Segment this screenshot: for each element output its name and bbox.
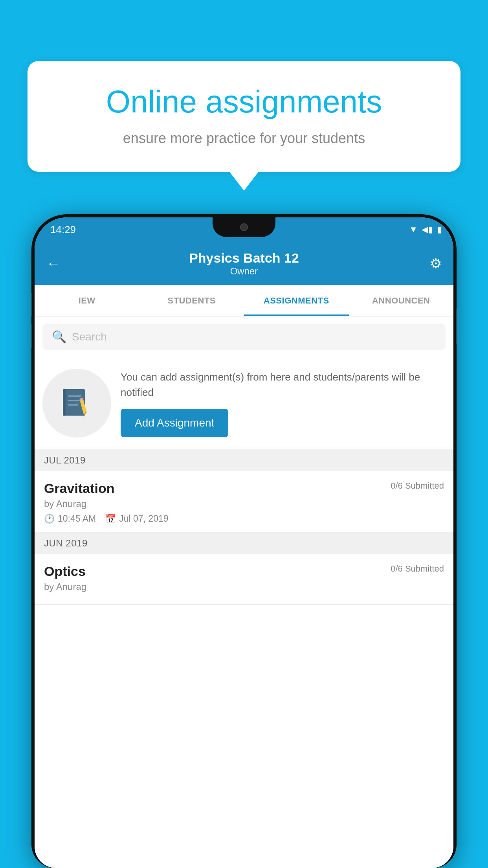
phone-notch: [213, 217, 275, 237]
app-header: ← Physics Batch 12 Owner ⚙: [35, 242, 453, 285]
assignment-by: by Anurag: [44, 498, 444, 509]
search-icon: 🔍: [52, 330, 66, 344]
assignment-title: Gravitation: [44, 481, 114, 496]
assignment-item-gravitation[interactable]: Gravitation 0/6 Submitted by Anurag 🕐 10…: [35, 471, 453, 532]
svg-rect-1: [63, 389, 66, 416]
info-card-right: You can add assignment(s) from here and …: [121, 370, 446, 437]
header-title: Physics Batch 12: [189, 250, 299, 266]
tab-assignments[interactable]: ASSIGNMENTS: [244, 285, 349, 316]
assignment-submitted-optics: 0/6 Submitted: [391, 564, 444, 574]
wifi-icon: ▼: [409, 224, 418, 235]
tab-iew[interactable]: IEW: [35, 285, 139, 316]
assignment-date: 📅 Jul 07, 2019: [105, 513, 168, 524]
search-placeholder: Search: [72, 331, 107, 343]
settings-icon[interactable]: ⚙: [430, 256, 442, 271]
signal-icon: ◀▮: [422, 224, 433, 235]
speech-bubble-container: Online assignments ensure more practice …: [28, 61, 460, 172]
section-header-jul-2019: JUL 2019: [35, 449, 453, 471]
volume-down-button: [31, 324, 32, 348]
tab-announcements[interactable]: ANNOUNCEN: [349, 285, 454, 316]
assignment-title-optics: Optics: [44, 564, 86, 579]
assignment-top-optics: Optics 0/6 Submitted: [44, 564, 444, 579]
status-time: 14:29: [50, 224, 76, 236]
add-assignment-button[interactable]: Add Assignment: [121, 409, 228, 437]
speech-bubble: Online assignments ensure more practice …: [28, 61, 460, 172]
assignment-submitted: 0/6 Submitted: [391, 481, 444, 491]
power-button: [456, 309, 457, 344]
assignment-meta: 🕐 10:45 AM 📅 Jul 07, 2019: [44, 513, 444, 524]
assignment-by-optics: by Anurag: [44, 581, 444, 592]
assignment-time: 🕐 10:45 AM: [44, 513, 96, 524]
info-card-text: You can add assignment(s) from here and …: [121, 370, 446, 400]
assignment-time-value: 10:45 AM: [58, 513, 96, 524]
svg-rect-4: [68, 404, 78, 405]
volume-up-button: [31, 293, 32, 316]
phone-frame: 14:29 ▼ ◀▮ ▮ ← Physics Batch 12 Owner ⚙ …: [31, 214, 457, 868]
phone-screen: 14:29 ▼ ◀▮ ▮ ← Physics Batch 12 Owner ⚙ …: [35, 217, 453, 868]
speech-bubble-subtitle: ensure more practice for your students: [59, 129, 429, 148]
speech-bubble-title: Online assignments: [59, 85, 429, 119]
back-button[interactable]: ←: [46, 255, 61, 272]
assignment-item-optics[interactable]: Optics 0/6 Submitted by Anurag: [35, 554, 453, 605]
front-camera: [240, 223, 248, 231]
header-title-block: Physics Batch 12 Owner: [189, 250, 299, 277]
search-container: 🔍 Search: [35, 316, 453, 357]
tab-students[interactable]: STUDENTS: [139, 285, 244, 316]
battery-icon: ▮: [437, 224, 442, 235]
notebook-icon-circle: [42, 369, 111, 438]
assignment-top: Gravitation 0/6 Submitted: [44, 481, 444, 496]
svg-rect-3: [68, 400, 81, 401]
info-card: You can add assignment(s) from here and …: [35, 357, 453, 449]
svg-rect-2: [68, 395, 81, 396]
search-bar[interactable]: 🔍 Search: [42, 324, 446, 350]
clock-icon: 🕐: [44, 514, 55, 524]
assignment-date-value: Jul 07, 2019: [119, 513, 168, 524]
header-subtitle: Owner: [189, 266, 299, 277]
status-icons: ▼ ◀▮ ▮: [409, 224, 442, 235]
notebook-icon: [59, 386, 95, 421]
tabs-bar: IEW STUDENTS ASSIGNMENTS ANNOUNCEN: [35, 285, 453, 316]
section-header-jun-2019: JUN 2019: [35, 532, 453, 554]
calendar-icon: 📅: [105, 514, 116, 524]
content-area: 🔍 Search: [35, 316, 453, 868]
